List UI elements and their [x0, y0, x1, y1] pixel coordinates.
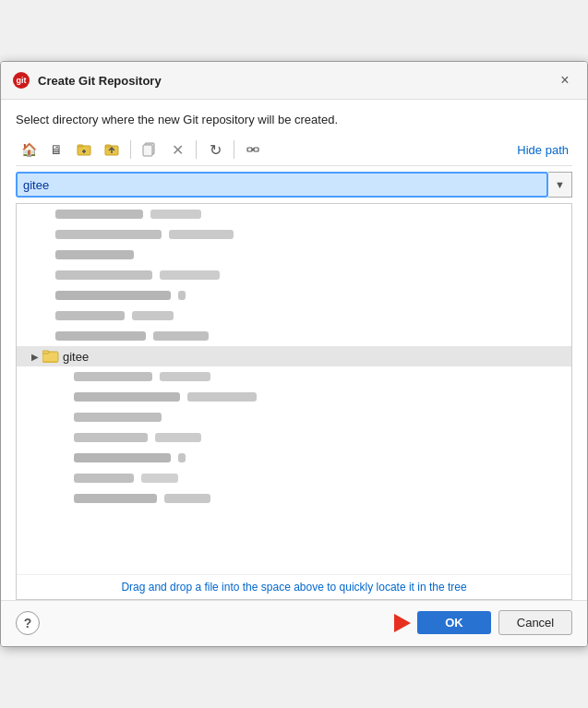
list-item: [17, 468, 571, 488]
list-item: [17, 366, 571, 387]
red-arrow: [394, 614, 411, 632]
dialog-description: Select directory where the new Git repos…: [16, 113, 572, 126]
list-item: [17, 326, 571, 346]
create-git-repository-dialog: git Create Git Repository × Select direc…: [0, 61, 588, 647]
tree-row-gitee[interactable]: ▶ gitee: [17, 346, 571, 366]
list-item: [17, 265, 571, 285]
dialog-body: Select directory where the new Git repos…: [1, 100, 587, 600]
toolbar: 🏠 🖥: [16, 138, 572, 166]
new-folder-button[interactable]: [71, 138, 97, 162]
path-input-wrapper: ▼: [16, 172, 572, 198]
folder-label: gitee: [63, 350, 89, 364]
help-button[interactable]: ?: [16, 611, 40, 635]
svg-rect-9: [254, 148, 258, 151]
app-icon: git: [12, 71, 30, 90]
drag-hint: Drag and drop a file into the space abov…: [17, 574, 571, 599]
home-button[interactable]: 🏠: [16, 138, 42, 162]
toolbar-separator-1: [130, 140, 131, 159]
title-bar: git Create Git Repository ×: [1, 62, 587, 100]
svg-rect-1: [78, 145, 83, 147]
list-item: [17, 224, 571, 245]
dialog-title: Create Git Repository: [38, 74, 162, 88]
list-item: [17, 245, 571, 265]
copy-folder-button[interactable]: [137, 138, 162, 162]
svg-rect-5: [105, 145, 111, 147]
close-button[interactable]: ×: [554, 69, 576, 91]
folder-icon: [42, 349, 59, 364]
svg-rect-8: [247, 148, 252, 151]
expand-arrow[interactable]: ▶: [28, 349, 42, 364]
refresh-button[interactable]: ↻: [202, 138, 228, 162]
file-tree[interactable]: ▶ gitee: [16, 203, 572, 600]
list-item: [17, 488, 571, 509]
git-logo: git: [13, 72, 30, 89]
list-item: [17, 448, 571, 468]
list-item: [17, 285, 571, 306]
svg-rect-7: [143, 145, 152, 156]
desktop-button[interactable]: 🖥: [43, 138, 69, 162]
dialog-footer: ? OK Cancel: [1, 600, 587, 646]
arrow-indicator: [394, 614, 410, 632]
toolbar-separator-2: [196, 140, 197, 159]
toolbar-left: 🏠 🖥: [16, 138, 266, 162]
up-folder-button[interactable]: [99, 138, 125, 162]
path-dropdown-button[interactable]: ▼: [548, 172, 572, 198]
svg-rect-13: [42, 351, 49, 354]
cancel-button[interactable]: Cancel: [498, 610, 572, 635]
hide-path-button[interactable]: Hide path: [513, 141, 572, 159]
title-left: git Create Git Repository: [12, 71, 162, 90]
footer-right: OK Cancel: [394, 610, 572, 635]
list-item: [17, 306, 571, 326]
list-item: [17, 204, 571, 224]
list-item: [17, 407, 571, 427]
list-item: [17, 387, 571, 407]
link-button[interactable]: [240, 138, 266, 162]
ok-button[interactable]: OK: [417, 611, 491, 634]
toolbar-separator-3: [234, 140, 234, 159]
delete-button[interactable]: ✕: [164, 138, 190, 162]
list-item: [17, 427, 571, 448]
path-input[interactable]: [16, 172, 548, 198]
